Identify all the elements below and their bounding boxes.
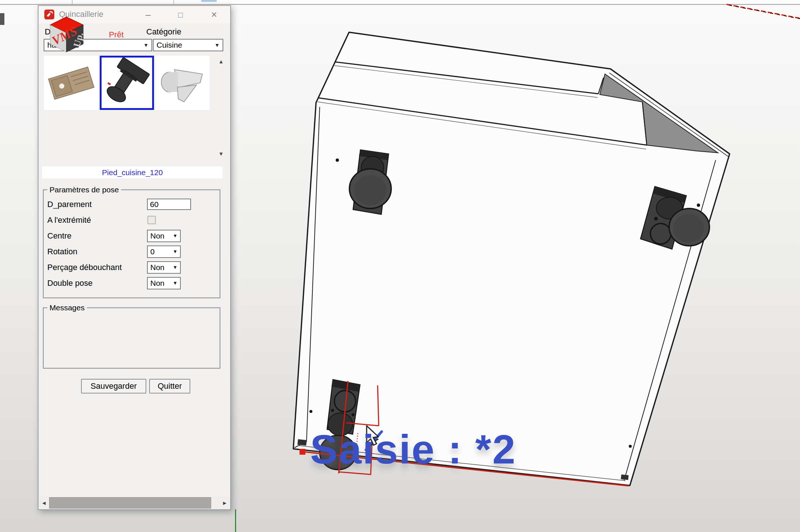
- thumbnail-kitchen-sink[interactable]: [44, 56, 98, 110]
- maximize-button[interactable]: □: [173, 7, 187, 22]
- thumbnails-scroll-down-button[interactable]: ▼: [217, 149, 225, 158]
- param-label: D_parement: [47, 200, 147, 209]
- param-row-centre: Centre Non ▼: [47, 228, 216, 244]
- pose-parameters-legend: Paramètres de pose: [47, 185, 121, 194]
- minimize-button[interactable]: –: [141, 7, 155, 22]
- doublepose-select-value: Non: [150, 279, 165, 288]
- dparement-input[interactable]: [147, 199, 191, 210]
- messages-legend: Messages: [47, 303, 87, 312]
- red-endpoint-marker: [300, 449, 305, 455]
- param-label: Rotation: [47, 247, 147, 256]
- param-row-doublepose: Double pose Non ▼: [47, 275, 216, 291]
- triangle-left-icon: ◄: [41, 500, 47, 506]
- chevron-down-icon: ▼: [173, 233, 177, 239]
- centre-select[interactable]: Non ▼: [147, 230, 181, 242]
- save-button[interactable]: Sauvegarder: [81, 379, 146, 394]
- doublepose-select[interactable]: Non ▼: [147, 277, 181, 289]
- cabinet-leg-icon: [102, 58, 152, 108]
- component-name: Pied_cuisine_120: [102, 168, 163, 177]
- param-label: Centre: [47, 231, 147, 241]
- quincaillerie-dialog: Quincaillerie – □ × Dossier Catégorie ha…: [38, 5, 231, 510]
- percage-select[interactable]: Non ▼: [147, 261, 181, 274]
- thumbnail-shelf-bracket[interactable]: [155, 56, 210, 110]
- green-axis-line: [235, 509, 236, 532]
- param-row-extremite: A l'extrémité: [47, 212, 216, 228]
- param-row-percage: Perçage débouchant Non ▼: [47, 259, 216, 275]
- scroll-left-button[interactable]: ◄: [39, 497, 49, 509]
- vms-up-logo: VMS Up.: [46, 13, 87, 53]
- rotation-select-value: 0: [150, 247, 155, 256]
- chevron-down-icon: ▼: [173, 280, 177, 286]
- chevron-down-icon: ▼: [173, 265, 177, 270]
- shelf-bracket-icon: [155, 56, 210, 110]
- sketchup-screen: Saisie : *2 Quincaillerie – □ × Dossier …: [0, 0, 800, 532]
- messages-fieldset: Messages: [43, 303, 220, 369]
- scrollbar-thumb[interactable]: [49, 497, 211, 509]
- pose-parameters-fieldset: Paramètres de pose D_parement A l'extrém…: [43, 185, 220, 298]
- triangle-right-icon: ►: [222, 500, 228, 506]
- chevron-down-icon: ▼: [141, 42, 148, 48]
- param-label: Double pose: [47, 278, 147, 288]
- cabinet-drawing: [293, 32, 730, 485]
- quit-button[interactable]: Quitter: [149, 379, 190, 394]
- chevron-down-icon: ▼: [173, 249, 177, 254]
- horizontal-scrollbar[interactable]: ◄ ►: [39, 497, 230, 509]
- close-button[interactable]: ×: [207, 7, 221, 22]
- param-label: A l'extrémité: [47, 215, 147, 225]
- thumbnail-cabinet-leg-selected[interactable]: [100, 56, 154, 110]
- status-text: Prêt: [109, 30, 124, 40]
- component-name-banner: Pied_cuisine_120: [42, 166, 223, 178]
- centre-select-value: Non: [150, 232, 165, 240]
- extremite-checkbox[interactable]: [147, 216, 156, 224]
- scroll-right-button[interactable]: ►: [220, 497, 230, 509]
- chevron-down-icon: ▼: [212, 42, 220, 48]
- thumbnails-scroll-up-button[interactable]: ▲: [217, 57, 225, 65]
- param-label: Perçage débouchant: [47, 263, 147, 272]
- triangle-down-icon: ▼: [219, 151, 224, 157]
- kitchen-sink-icon: [44, 56, 98, 110]
- category-select-value: Cuisine: [157, 41, 182, 49]
- category-label: Catégorie: [146, 27, 181, 37]
- param-row-dparement: D_parement: [47, 196, 216, 212]
- category-select[interactable]: Cuisine ▼: [153, 39, 223, 51]
- percage-select-value: Non: [150, 263, 165, 272]
- param-row-rotation: Rotation 0 ▼: [47, 244, 216, 259]
- triangle-up-icon: ▲: [219, 58, 224, 64]
- saisie-overlay-text: Saisie : *2: [310, 426, 516, 473]
- rotation-select[interactable]: 0 ▼: [147, 245, 181, 258]
